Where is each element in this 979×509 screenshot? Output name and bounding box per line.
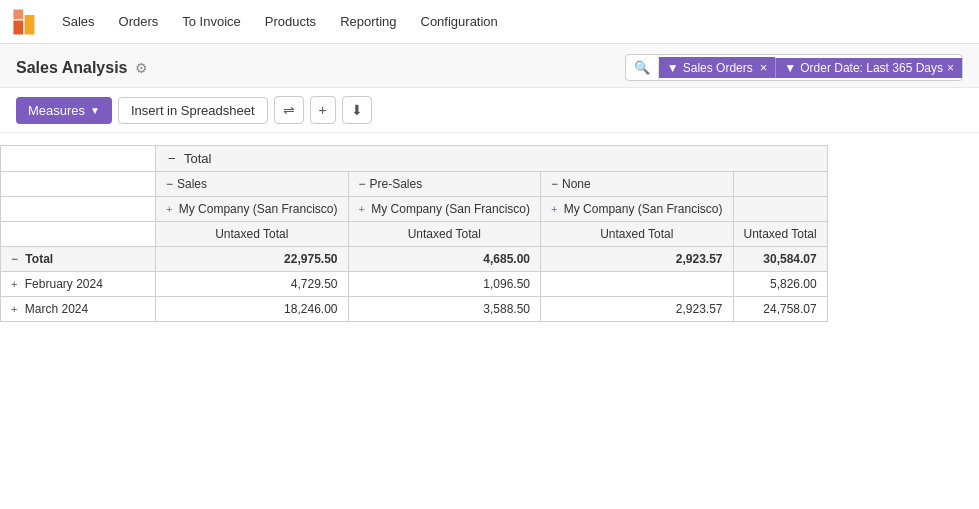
sub-group-row: −Sales −Pre-Sales −None (1, 172, 828, 197)
measures-button[interactable]: Measures ▼ (16, 97, 112, 124)
measures-label: Measures (28, 103, 85, 118)
total-presales-value: 4,685.00 (348, 247, 541, 272)
pivot-table-container: − Total −Sales −Pre-Sales −None (0, 133, 979, 322)
total-row-toggle[interactable]: − (11, 252, 18, 266)
table-row-mar2024: + March 2024 18,246.00 3,588.50 2,923.57… (1, 297, 828, 322)
col-header-2: Untaxed Total (541, 222, 734, 247)
empty-header-subgroup (1, 172, 156, 197)
mar2024-grand-value: 24,758.07 (733, 297, 827, 322)
none-toggle[interactable]: − (551, 177, 558, 191)
feb2024-toggle[interactable]: + (11, 278, 17, 290)
gear-icon[interactable]: ⚙ (135, 60, 148, 76)
total-none-value: 2,923.57 (541, 247, 734, 272)
filter-sales-orders-remove[interactable]: × (760, 60, 768, 75)
page-title-area: Sales Analysis ⚙ (16, 59, 148, 77)
sales-toggle[interactable]: − (166, 177, 173, 191)
insert-spreadsheet-button[interactable]: Insert in Spreadsheet (118, 97, 268, 124)
subgroup-presales: −Pre-Sales (348, 172, 541, 197)
mar2024-toggle[interactable]: + (11, 303, 17, 315)
search-icon[interactable]: 🔍 (626, 55, 659, 80)
total-grand-value: 30,584.07 (733, 247, 827, 272)
subgroup-none: −None (541, 172, 734, 197)
brand-name: Sales (52, 10, 105, 33)
measures-arrow-icon: ▼ (90, 105, 100, 116)
download-button[interactable]: ⬇ (342, 96, 372, 124)
filter-sales-orders-label: Sales Orders (683, 61, 753, 75)
total-toggle-icon[interactable]: − (168, 151, 176, 166)
nav-configuration[interactable]: Configuration (411, 10, 508, 33)
nav-to-invoice[interactable]: To Invoice (172, 10, 251, 33)
search-area: 🔍 ▼ Sales Orders × ▼ Order Date: Last 36… (625, 54, 963, 81)
filter-chip-order-date: ▼ Order Date: Last 365 Days × (775, 58, 962, 78)
table-row-total: − Total 22,975.50 4,685.00 2,923.57 30,5… (1, 247, 828, 272)
company-none: + My Company (San Francisco) (541, 197, 734, 222)
svg-rect-1 (25, 15, 35, 35)
mar2024-text: March 2024 (25, 302, 88, 316)
feb2024-label[interactable]: + February 2024 (1, 272, 156, 297)
svg-rect-0 (13, 20, 23, 34)
col-header-3: Untaxed Total (733, 222, 827, 247)
mar2024-label[interactable]: + March 2024 (1, 297, 156, 322)
presales-toggle[interactable]: − (359, 177, 366, 191)
table-row-feb2024: + February 2024 4,729.50 1,096.50 5,826.… (1, 272, 828, 297)
total-group-header: − Total (156, 146, 828, 172)
page-title: Sales Analysis (16, 59, 127, 77)
nav-reporting[interactable]: Reporting (330, 10, 406, 33)
company-sales: + My Company (San Francisco) (156, 197, 349, 222)
adjust-icon-button[interactable]: ⇌ (274, 96, 304, 124)
total-row-text: Total (25, 252, 53, 266)
company-sales-label: My Company (San Francisco) (179, 202, 338, 216)
empty-header-company (1, 197, 156, 222)
feb2024-sales-value: 4,729.50 (156, 272, 349, 297)
empty-header-cols (1, 222, 156, 247)
company-presales-label: My Company (San Francisco) (371, 202, 530, 216)
toolbar: Measures ▼ Insert in Spreadsheet ⇌ + ⬇ (0, 88, 979, 133)
svg-rect-2 (13, 9, 23, 19)
subgroup-sales: −Sales (156, 172, 349, 197)
company-empty (733, 197, 827, 222)
add-button[interactable]: + (310, 96, 336, 124)
col-header-0: Untaxed Total (156, 222, 349, 247)
company-none-label: My Company (San Francisco) (564, 202, 723, 216)
filter-order-date-remove[interactable]: × (947, 61, 954, 75)
col-header-1: Untaxed Total (348, 222, 541, 247)
nav-products[interactable]: Products (255, 10, 326, 33)
page-header: Sales Analysis ⚙ 🔍 ▼ Sales Orders × ▼ Or… (0, 44, 979, 88)
feb2024-grand-value: 5,826.00 (733, 272, 827, 297)
mar2024-presales-value: 3,588.50 (348, 297, 541, 322)
col-header-row: Untaxed Total Untaxed Total Untaxed Tota… (1, 222, 828, 247)
total-group-label: Total (184, 151, 211, 166)
total-sales-value: 22,975.50 (156, 247, 349, 272)
filter-chip-sales-orders: ▼ Sales Orders × (659, 57, 776, 78)
col-group-row: − Total (1, 146, 828, 172)
search-bar: 🔍 ▼ Sales Orders × ▼ Order Date: Last 36… (625, 54, 963, 81)
top-navigation: Sales Orders To Invoice Products Reporti… (0, 0, 979, 44)
subgroup-empty (733, 172, 827, 197)
feb2024-text: February 2024 (25, 277, 103, 291)
empty-header-top (1, 146, 156, 172)
company-presales: + My Company (San Francisco) (348, 197, 541, 222)
pivot-table: − Total −Sales −Pre-Sales −None (0, 145, 828, 322)
company-row: + My Company (San Francisco) + My Compan… (1, 197, 828, 222)
total-row-label[interactable]: − Total (1, 247, 156, 272)
feb2024-none-value (541, 272, 734, 297)
mar2024-sales-value: 18,246.00 (156, 297, 349, 322)
mar2024-none-value: 2,923.57 (541, 297, 734, 322)
feb2024-presales-value: 1,096.50 (348, 272, 541, 297)
brand-logo (12, 8, 40, 36)
filter-order-date-label: Order Date: Last 365 Days (800, 61, 943, 75)
nav-orders[interactable]: Orders (109, 10, 169, 33)
